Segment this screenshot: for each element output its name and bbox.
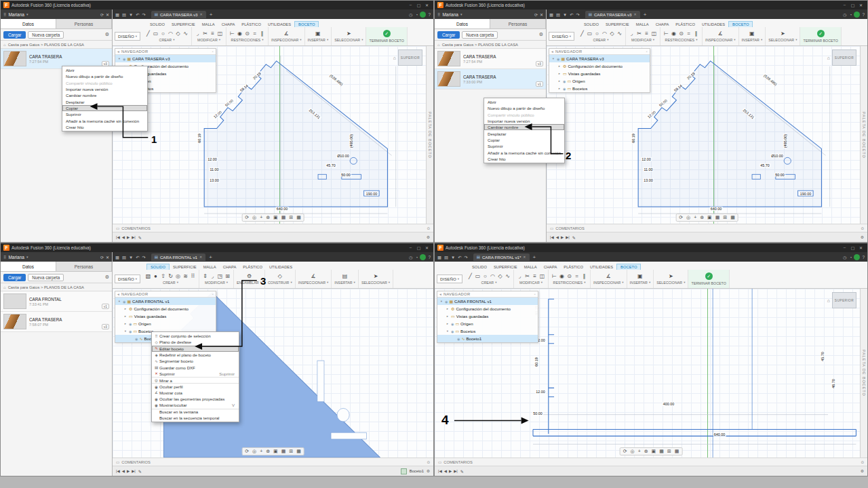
look-at-icon[interactable]: ◎	[252, 215, 256, 220]
select-icon[interactable]: ➤	[668, 274, 674, 279]
tab-datos[interactable]: Datos	[435, 19, 490, 28]
upload-button[interactable]: Cargar	[437, 31, 460, 39]
context-menu-item[interactable]: Buscar en la ventana	[152, 409, 239, 415]
workspace-selector[interactable]: DISEÑO ▾	[437, 274, 462, 283]
notifications-icon[interactable]: ◔	[416, 12, 418, 17]
viewports-icon[interactable]: ▦	[675, 449, 679, 454]
new-tab-icon[interactable]: +	[209, 254, 212, 260]
new-tab-icon[interactable]: +	[210, 12, 213, 18]
navigator-node[interactable]: ▸ ◉ ▭ Origen	[437, 320, 538, 327]
parallel-icon[interactable]: ∥	[693, 31, 699, 37]
comments-bar[interactable]: ▭ COMENTARIOS ⊙	[547, 224, 867, 232]
tool-group-label[interactable]: CREAR ▾	[593, 38, 609, 42]
visibility-eye-icon[interactable]: ◉	[457, 337, 460, 341]
skip-start-icon[interactable]: |◀	[438, 469, 442, 473]
workspace-tab[interactable]: MALLA	[521, 264, 540, 270]
navigator-node[interactable]: ▸ ▭ Vistas guardadas	[437, 312, 538, 320]
view-cube[interactable]: ⌂ SUPERIOR	[827, 292, 856, 308]
context-menu-item[interactable]: ▤ Guardar como DXF	[152, 364, 239, 370]
press-pull-icon[interactable]: ⇕	[202, 274, 208, 279]
breadcrumb-path[interactable]: Casita para Gatos > PLANOS DE LA CASA	[442, 43, 518, 47]
display-icon[interactable]: ▦	[281, 215, 286, 220]
play-icon[interactable]: ▶	[127, 235, 130, 239]
view-cube-face[interactable]: SUPERIOR	[398, 49, 422, 66]
workspace-tab[interactable]: BOCETO	[728, 21, 753, 27]
select-icon[interactable]: ➤	[373, 274, 379, 279]
coincident-icon[interactable]: ◉	[671, 31, 677, 37]
trim-icon[interactable]: ✂	[202, 31, 208, 37]
navigator-node[interactable]: ▸ ⚙ Configuración del documento	[437, 305, 538, 312]
select-icon[interactable]: ➤	[346, 31, 352, 37]
view-cube[interactable]: ⌂ SUPERIOR	[827, 49, 856, 66]
zoom-icon[interactable]: ⊕	[700, 215, 704, 220]
user-menu[interactable]: Mariana	[8, 12, 24, 17]
workspace-tab[interactable]: BOCETO	[294, 21, 319, 27]
polygon-icon[interactable]: ◇	[175, 31, 181, 37]
context-menu-item[interactable]: ∿ Segmentar boceto	[152, 358, 239, 364]
skip-end-icon[interactable]: ▶|	[132, 235, 136, 239]
grid-icon-icon[interactable]: ⊞	[667, 449, 671, 454]
tool-group-label[interactable]: SELECCIONAR ▾	[656, 281, 685, 285]
circle-icon[interactable]: ○	[160, 31, 166, 37]
apps-grid-icon[interactable]: ⠿	[437, 12, 440, 17]
step-back-icon[interactable]: ◀	[556, 235, 559, 239]
visibility-eye-icon[interactable]: ◉	[123, 300, 125, 304]
document-item[interactable]: CARA FRONTAL 7:33:41 PM v1	[1, 291, 112, 312]
offset-icon[interactable]: ≡	[210, 31, 216, 37]
redo-icon[interactable]: ↷	[142, 12, 145, 17]
file-icon[interactable]: ▤	[444, 255, 448, 260]
context-menu-item[interactable]: ◎ Mirar a	[152, 377, 239, 383]
data-panel-toggle-icon[interactable]: ▦	[549, 12, 553, 17]
visibility-eye-icon[interactable]: ◉	[557, 57, 559, 61]
viewports-icon[interactable]: ▦	[296, 449, 301, 454]
skip-start-icon[interactable]: |◀	[116, 469, 120, 473]
select-icon[interactable]: ➤	[780, 31, 786, 37]
trim-icon[interactable]: ✂	[636, 31, 642, 37]
workspace-tab[interactable]: CHAPA	[652, 22, 673, 27]
close-tab-icon[interactable]: ✕	[523, 255, 526, 259]
tool-group-label[interactable]: INSPECCIONAR ▾	[705, 38, 736, 42]
workspace-tab[interactable]: SUPERFICIE	[602, 22, 633, 27]
timeline-settings-icon[interactable]: ⚙	[427, 469, 430, 473]
context-menu-item[interactable]: Suprimir	[62, 111, 147, 117]
zoom-icon[interactable]: ⊕	[644, 449, 648, 454]
file-icon[interactable]: ▤	[556, 12, 560, 17]
pattern-icon[interactable]: ⠿	[190, 274, 196, 279]
timeline-marker[interactable]: ✎	[138, 469, 142, 474]
document-tab[interactable]: ▤ CARA TRASERA v3 ✕	[585, 11, 640, 18]
fit-icon[interactable]: ▣	[273, 449, 278, 454]
finish-check-icon[interactable]: ✓	[705, 272, 713, 280]
navigator-node[interactable]: ▾ ◉ ▦ CARA TRASERA v3	[115, 55, 216, 62]
data-panel-toggle-icon[interactable]: ▦	[115, 255, 119, 260]
expand-arrow-icon[interactable]: ▾	[117, 300, 121, 303]
tool-group-label[interactable]: INSERTAR ▾	[334, 281, 355, 285]
workspace-tab[interactable]: SUPERFICIE	[490, 264, 521, 270]
navigator-node[interactable]: ▾ ◉ ▦ CARA FRONTAL v1	[437, 298, 538, 305]
rectangle-icon[interactable]: ▭	[475, 274, 481, 279]
context-menu-item[interactable]: ✕ Suprimir Suprimir	[152, 371, 239, 377]
minimize-icon[interactable]: –	[841, 3, 848, 7]
tool-group-label[interactable]: RESTRICCIONES ▾	[231, 38, 264, 42]
equal-icon[interactable]: =	[686, 31, 692, 37]
visibility-eye-icon[interactable]: ◉	[451, 322, 454, 326]
close-window-icon[interactable]: ✕	[857, 3, 865, 7]
tool-group-label[interactable]: MODIFICAR ▾	[197, 38, 220, 42]
close-window-icon[interactable]: ✕	[423, 3, 431, 7]
workspace-tab[interactable]: SOLIDO	[580, 22, 602, 27]
workspace-selector[interactable]: DISEÑO ▾	[115, 274, 140, 283]
arc-icon[interactable]: ◠	[490, 274, 496, 279]
maximize-icon[interactable]: ▢	[849, 245, 856, 250]
close-window-icon[interactable]: ✕	[423, 245, 431, 250]
look-at-icon[interactable]: ◎	[631, 449, 635, 454]
tool-group-label[interactable]: TERMINAR BOCETO ▾	[691, 281, 726, 285]
rectangle-icon[interactable]: ▭	[153, 31, 159, 37]
job-status-icon[interactable]: ◷	[843, 12, 847, 17]
expand-arrow-icon[interactable]: ▸	[557, 79, 561, 83]
revolve-icon[interactable]: ↻	[167, 274, 174, 279]
horizontal-icon[interactable]: ⊢	[663, 31, 669, 37]
home-icon[interactable]: ⌂	[437, 43, 440, 47]
view-cube[interactable]: ⌂ SUPERIOR	[393, 49, 422, 66]
notifications-icon[interactable]: ◔	[850, 12, 852, 17]
apps-grid-icon[interactable]: ⠿	[3, 255, 6, 260]
offset-icon[interactable]: ≡	[644, 31, 650, 37]
